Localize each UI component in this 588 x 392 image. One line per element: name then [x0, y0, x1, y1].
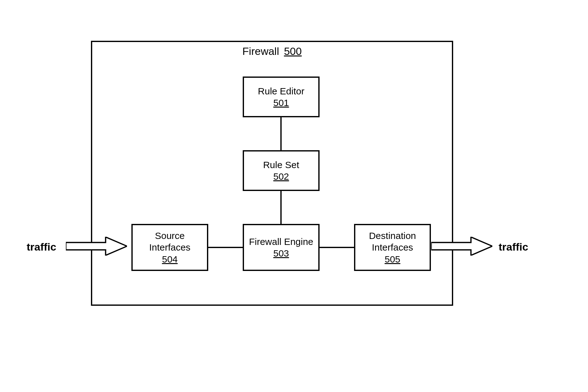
source-interfaces-ref: 504: [162, 253, 177, 265]
rule-set-label: Rule Set: [263, 159, 299, 171]
rule-set-ref: 502: [273, 171, 289, 183]
container-title: Firewall 500: [242, 45, 302, 57]
source-interfaces-label-2: Interfaces: [149, 241, 191, 253]
container-title-ref: 500: [284, 45, 302, 57]
destination-interfaces-label-1: Destination: [369, 230, 416, 242]
connector-engine-to-destination: [320, 247, 354, 248]
firewall-container: Firewall 500 Rule Editor 501 Rule Set 50…: [91, 41, 453, 306]
connector-source-to-engine: [208, 247, 243, 248]
arrow-out-icon: [431, 237, 492, 256]
destination-interfaces-label-2: Interfaces: [372, 241, 413, 253]
source-interfaces-box: Source Interfaces 504: [131, 224, 208, 271]
container-title-name: Firewall: [242, 45, 279, 57]
source-interfaces-label-1: Source: [155, 230, 185, 242]
destination-interfaces-box: Destination Interfaces 505: [354, 224, 431, 271]
firewall-engine-ref: 503: [273, 247, 289, 259]
rule-editor-ref: 501: [273, 97, 289, 109]
destination-interfaces-ref: 505: [384, 253, 400, 265]
arrow-in-icon: [66, 237, 127, 256]
svg-marker-1: [431, 237, 492, 256]
rule-editor-label: Rule Editor: [258, 85, 304, 97]
rule-set-box: Rule Set 502: [243, 150, 320, 191]
firewall-engine-box: Firewall Engine 503: [243, 224, 320, 271]
svg-marker-0: [66, 237, 127, 256]
traffic-in-label: traffic: [27, 241, 56, 253]
firewall-engine-label: Firewall Engine: [249, 236, 313, 248]
rule-editor-box: Rule Editor 501: [243, 77, 320, 117]
connector-editor-to-set: [280, 117, 282, 150]
traffic-out-label: traffic: [499, 241, 528, 253]
connector-set-to-engine: [280, 191, 282, 224]
